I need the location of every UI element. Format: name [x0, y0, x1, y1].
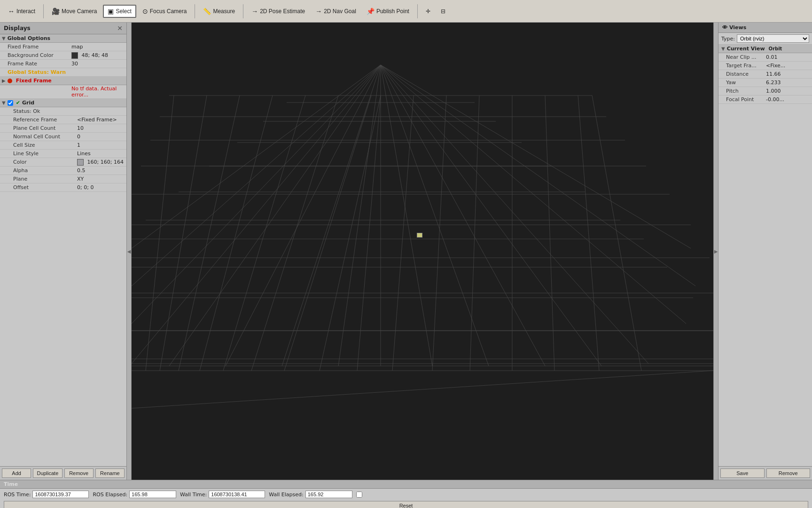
toolbar-separator-1 — [43, 4, 44, 18]
extra-icon-1: ✛ — [426, 8, 430, 15]
ros-elapsed-input[interactable] — [129, 491, 176, 498]
offset-value[interactable]: 0; 0; 0 — [77, 184, 125, 190]
svg-line-50 — [381, 65, 489, 366]
alpha-value[interactable]: 0.5 — [77, 167, 125, 174]
svg-line-46 — [282, 65, 381, 366]
viewport[interactable]: .grid-line { stroke: #484848; stroke-wid… — [132, 23, 713, 480]
svg-line-41 — [132, 65, 381, 286]
wall-elapsed-label: Wall Elapsed: — [269, 492, 303, 498]
svg-line-53 — [381, 65, 648, 364]
toolbar-separator-2 — [195, 4, 195, 18]
measure-btn[interactable]: 📏 Measure — [199, 5, 239, 17]
focal-point-value[interactable]: -0.00... — [766, 96, 810, 103]
plane-value[interactable]: XY — [77, 176, 125, 182]
rename-button[interactable]: Rename — [95, 468, 125, 478]
extra-btn-1[interactable]: ✛ — [422, 6, 435, 17]
near-clip-label: Near Clip ... — [726, 54, 766, 60]
focus-camera-btn[interactable]: ⊙ Focus Camera — [138, 5, 191, 17]
add-button[interactable]: Add — [2, 468, 31, 478]
fixed-frame-value[interactable]: map — [71, 44, 125, 50]
normal-cell-count-label: Normal Cell Count — [11, 134, 77, 140]
target-frame-value[interactable]: <Fixe... — [766, 63, 810, 69]
plane-cell-count-row: Plane Cell Count 10 — [0, 124, 126, 133]
ros-elapsed-field: ROS Elapsed: — [93, 491, 176, 498]
displays-panel-title: Displays — [4, 25, 31, 32]
time-row: ROS Time: ROS Elapsed: Wall Time: Wall E… — [0, 489, 812, 500]
fixed-frame-section-header[interactable]: ▶ Fixed Frame — [0, 77, 126, 85]
views-remove-button[interactable]: Remove — [766, 468, 811, 478]
target-frame-label: Target Fra... — [726, 63, 766, 69]
views-save-button[interactable]: Save — [720, 468, 765, 478]
publish-point-icon: 📌 — [367, 8, 375, 15]
svg-line-56 — [381, 65, 691, 248]
main-area: Displays ✕ ▼ Global Options Fixed Frame … — [0, 23, 812, 480]
ros-time-input[interactable] — [32, 491, 89, 498]
views-type-label: Type: — [721, 36, 735, 42]
pitch-value[interactable]: 1.000 — [766, 88, 810, 94]
publish-point-btn[interactable]: 📌 Publish Point — [362, 5, 414, 17]
current-view-label: Current View — [727, 46, 765, 52]
extra-icon-2: ⊟ — [441, 8, 445, 15]
grid-check-mark: ✔ — [16, 100, 20, 106]
grid-section-arrow: ▼ — [2, 100, 6, 105]
interact-icon: ↔ — [8, 8, 15, 15]
right-collapse-handle[interactable]: ▶ — [713, 23, 718, 480]
fixed-frame-section-arrow: ▶ — [2, 78, 6, 83]
grid-checkbox[interactable] — [8, 100, 13, 106]
distance-row: Distance 11.66 — [718, 70, 812, 79]
reset-button[interactable]: Reset — [4, 501, 808, 508]
plane-cell-count-value[interactable]: 10 — [77, 125, 125, 131]
distance-value[interactable]: 11.66 — [766, 71, 810, 77]
yaw-value[interactable]: 6.233 — [766, 79, 810, 86]
extra-btn-2[interactable]: ⊟ — [437, 6, 450, 17]
color-row: Color 160; 160; 164 — [0, 158, 126, 167]
normal-cell-count-row: Normal Cell Count 0 — [0, 133, 126, 141]
pitch-row: Pitch 1.000 — [718, 87, 812, 95]
views-type-select[interactable]: Orbit (rviz) — [737, 34, 809, 43]
experimental-checkbox-label — [356, 492, 364, 498]
grid-section-label: Grid — [22, 100, 34, 106]
select-btn[interactable]: ▣ Select — [103, 5, 136, 18]
wall-time-input[interactable] — [209, 491, 265, 498]
displays-panel-close[interactable]: ✕ — [117, 24, 123, 32]
focal-point-label: Focal Point — [726, 96, 766, 103]
svg-line-42 — [132, 65, 381, 324]
background-color-value[interactable]: 48; 48; 48 — [71, 52, 125, 59]
interact-btn[interactable]: ↔ Interact — [4, 5, 39, 17]
views-panel-title: Views — [729, 24, 746, 31]
select-icon: ▣ — [108, 8, 114, 15]
ros-time-label: ROS Time: — [4, 492, 31, 498]
nav-goal-btn[interactable]: → 2D Nav Goal — [311, 5, 360, 17]
reference-frame-value[interactable]: <Fixed Frame> — [77, 117, 125, 123]
experimental-checkbox[interactable] — [356, 492, 362, 498]
views-type-row: Type: Orbit (rviz) — [718, 33, 812, 45]
toolbar: ↔ Interact 🎥 Move Camera ▣ Select ⊙ Focu… — [0, 0, 812, 23]
normal-cell-count-value[interactable]: 0 — [77, 134, 125, 140]
cell-size-value[interactable]: 1 — [77, 142, 125, 148]
grid-section-header[interactable]: ▼ ✔ Grid — [0, 99, 126, 107]
near-clip-value[interactable]: 0.01 — [766, 54, 810, 60]
line-style-row: Line Style Lines — [0, 150, 126, 158]
duplicate-button[interactable]: Duplicate — [33, 468, 62, 478]
plane-cell-count-label: Plane Cell Count — [11, 125, 77, 131]
background-color-swatch — [71, 52, 78, 59]
displays-content: ▼ Global Options Fixed Frame map Backgro… — [0, 34, 126, 466]
pose-estimate-btn[interactable]: → 2D Pose Estimate — [247, 5, 309, 17]
global-options-label: Global Options — [8, 35, 50, 41]
wall-elapsed-input[interactable] — [305, 491, 352, 498]
remove-button[interactable]: Remove — [64, 468, 94, 478]
line-style-value[interactable]: Lines — [77, 151, 125, 157]
current-view-arrow: ▼ — [721, 46, 725, 51]
color-value[interactable]: 160; 160; 164 — [77, 159, 125, 166]
frame-rate-value[interactable]: 30 — [71, 61, 125, 67]
target-frame-row: Target Fra... <Fixe... — [718, 62, 812, 70]
global-options-header[interactable]: ▼ Global Options — [0, 34, 126, 43]
svg-line-54 — [381, 65, 686, 324]
focus-camera-icon: ⊙ — [142, 8, 148, 15]
robot-marker — [417, 233, 422, 238]
left-collapse-handle[interactable]: ◀ — [127, 23, 132, 480]
current-view-header[interactable]: ▼ Current View Orbit — [718, 45, 812, 53]
move-camera-btn[interactable]: 🎥 Move Camera — [47, 5, 101, 17]
fixed-frame-row: Fixed Frame map — [0, 43, 126, 51]
svg-line-49 — [381, 65, 432, 366]
